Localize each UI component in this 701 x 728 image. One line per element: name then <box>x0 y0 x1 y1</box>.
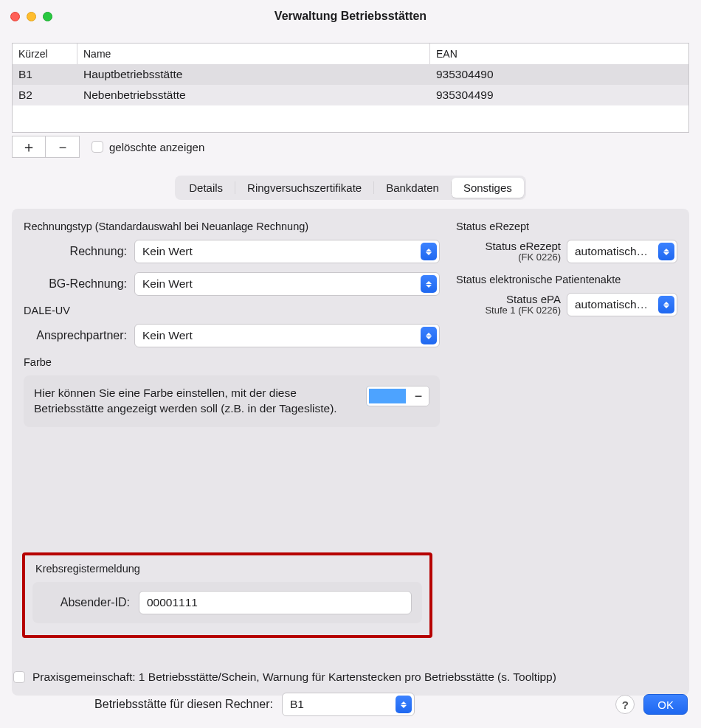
chevron-updown-icon <box>658 296 674 313</box>
group-farbe: Farbe <box>24 356 440 368</box>
rechnung-label: Rechnung: <box>24 245 127 258</box>
absender-id-input[interactable]: 00001111 <box>139 591 412 614</box>
rechner-label: Betriebsstätte für diesen Rechner: <box>13 698 273 711</box>
zoom-icon[interactable] <box>43 12 52 21</box>
col-header-code[interactable]: Kürzel <box>13 44 77 64</box>
krebsregister-highlight: Krebsregistermeldung Absender-ID: 000011… <box>22 552 432 638</box>
table-row[interactable] <box>13 105 688 126</box>
epa-select[interactable]: automatisch… <box>567 293 677 316</box>
ansprechpartner-select[interactable]: Kein Wert <box>134 324 440 347</box>
cell-name: Nebenbetriebsstätte <box>77 89 430 102</box>
color-swatch[interactable] <box>367 386 408 406</box>
rechnung-value: Kein Wert <box>142 245 193 258</box>
table-row[interactable]: B1 Hauptbetriebsstätte 935304490 <box>13 64 688 85</box>
chevron-updown-icon <box>421 243 437 260</box>
show-deleted-label: gelöschte anzeigen <box>109 141 204 153</box>
remove-button[interactable]: － <box>46 136 80 158</box>
farbe-help-text: Hier können Sie eine Farbe einstellen, m… <box>34 386 354 417</box>
cell-ean: 935304490 <box>430 68 688 81</box>
group-dale-uv: DALE-UV <box>24 305 440 316</box>
absender-id-value: 00001111 <box>147 596 198 609</box>
add-button[interactable]: ＋ <box>12 136 46 158</box>
tab-bar: Details Ringversuchszertifikate Bankdate… <box>175 176 526 200</box>
tab-sonstiges[interactable]: Sonstiges <box>452 178 524 198</box>
rechner-select[interactable]: B1 <box>282 693 415 716</box>
chevron-updown-icon <box>396 696 412 713</box>
cell-ean: 935304499 <box>430 89 688 102</box>
rechnung-select[interactable]: Kein Wert <box>134 240 440 263</box>
erezept-label: Status eRezept <box>485 240 561 252</box>
tab-bankdaten[interactable]: Bankdaten <box>374 178 451 198</box>
group-epa: Status elektronische Patientenakte <box>456 274 677 285</box>
ansprechpartner-value: Kein Wert <box>142 329 193 342</box>
sites-table: Kürzel Name EAN B1 Hauptbetriebsstätte 9… <box>12 43 689 133</box>
chevron-updown-icon <box>421 327 437 344</box>
table-row[interactable]: B2 Nebenbetriebsstätte 935304499 <box>13 85 688 105</box>
epa-label: Status ePA <box>506 293 561 305</box>
praxisgemeinschaft-checkbox[interactable]: Praxisgemeinschaft: 1 Betriebsstätte/Sch… <box>13 670 688 684</box>
erezept-value: automatisch… <box>575 245 648 258</box>
close-icon[interactable] <box>10 12 20 21</box>
cell-name: Hauptbetriebsstätte <box>77 68 430 81</box>
epa-sub: Stufe 1 (FK 0226) <box>456 305 561 316</box>
chevron-updown-icon <box>658 243 674 260</box>
erezept-select[interactable]: automatisch… <box>567 240 677 263</box>
cell-code: B2 <box>13 89 77 102</box>
bg-rechnung-select[interactable]: Kein Wert <box>134 272 440 296</box>
titlebar: Verwaltung Betriebsstätten <box>0 0 701 32</box>
group-erezept: Status eRezept <box>456 221 677 232</box>
praxisgemeinschaft-label: Praxisgemeinschaft: 1 Betriebsstätte/Sch… <box>32 670 556 684</box>
window-title: Verwaltung Betriebsstätten <box>0 10 701 23</box>
checkbox-icon <box>13 671 25 683</box>
minimize-icon[interactable] <box>27 12 36 21</box>
help-button[interactable]: ? <box>615 695 635 714</box>
tab-details[interactable]: Details <box>177 178 235 198</box>
bg-rechnung-label: BG-Rechnung: <box>24 277 127 291</box>
tab-ring[interactable]: Ringversuchszertifikate <box>235 178 373 198</box>
cell-code: B1 <box>13 68 77 81</box>
show-deleted-checkbox[interactable]: gelöschte anzeigen <box>91 141 204 153</box>
color-clear-button[interactable]: − <box>408 386 429 406</box>
tab-pane-sonstiges: Rechnungstyp (Standardauswahl bei Neuanl… <box>12 209 689 696</box>
rechner-value: B1 <box>290 698 304 711</box>
col-header-name[interactable]: Name <box>77 44 430 64</box>
bg-rechnung-value: Kein Wert <box>142 277 193 291</box>
col-header-ean[interactable]: EAN <box>430 44 688 64</box>
ok-button[interactable]: OK <box>643 694 688 715</box>
epa-value: automatisch… <box>575 298 648 311</box>
checkbox-icon <box>91 141 103 153</box>
group-krebsregister: Krebsregistermeldung <box>35 563 422 575</box>
erezept-sub: (FK 0226) <box>456 252 561 263</box>
absender-id-label: Absender-ID: <box>43 596 130 609</box>
group-rechnungstyp: Rechnungstyp (Standardauswahl bei Neuanl… <box>24 221 440 232</box>
ansprechpartner-label: Ansprechpartner: <box>24 329 127 342</box>
chevron-updown-icon <box>421 275 437 293</box>
